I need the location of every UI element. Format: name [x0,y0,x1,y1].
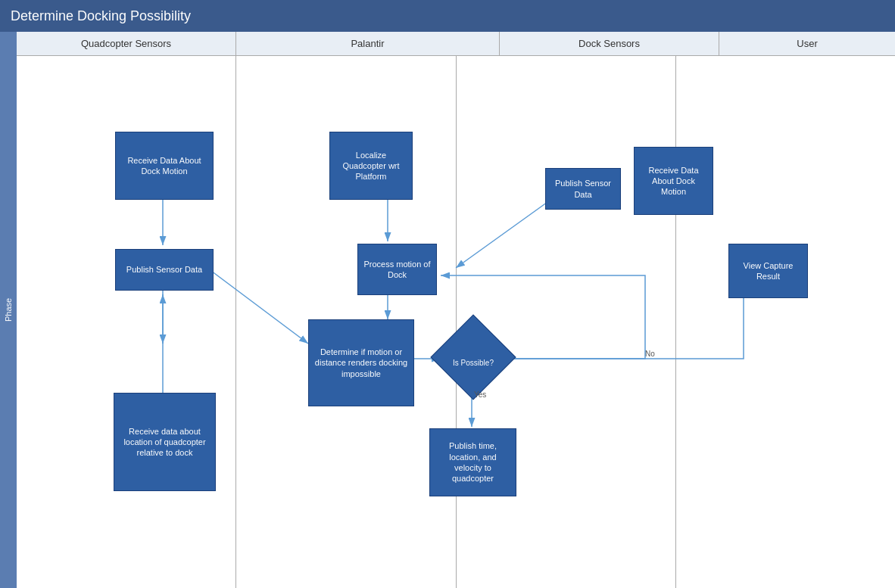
yes-label: Yes [474,390,486,399]
diagram-title: Determine Docking Possibility [11,8,191,24]
lanes-body: Receive Data About Dock Motion Publish S… [17,56,895,588]
lane-header-quadcopter: Quadcopter Sensors [17,32,236,55]
box-publish-time: Publish time, location, and velocity to … [429,428,516,496]
diamond-label: Is Possible? [438,340,509,385]
box-localize-quad: Localize Quadcopter wrt Platform [329,132,413,200]
box-publish-sensor-dock: Publish Sensor Data [545,168,621,210]
lane-header-palantir: Palantir [236,32,500,55]
title-bar: Determine Docking Possibility [0,0,895,32]
box-publish-sensor-quad: Publish Sensor Data [115,249,214,291]
lane-header-dock: Dock Sensors [500,32,719,55]
box-determine: Determine if motion or distance renders … [308,319,414,406]
box-receive-dock-motion-dock: Receive Data About Dock Motion [634,147,713,215]
box-receive-dock-motion-quad: Receive Data About Dock Motion [115,132,214,200]
phase-label: Phase [0,32,17,588]
no-label: No [645,350,655,358]
box-process-motion: Process motion of Dock [357,244,437,295]
lane-header-user: User [719,32,895,55]
box-view-capture: View Capture Result [728,244,808,298]
box-receive-location-quad: Receive data about location of quadcopte… [114,393,216,491]
